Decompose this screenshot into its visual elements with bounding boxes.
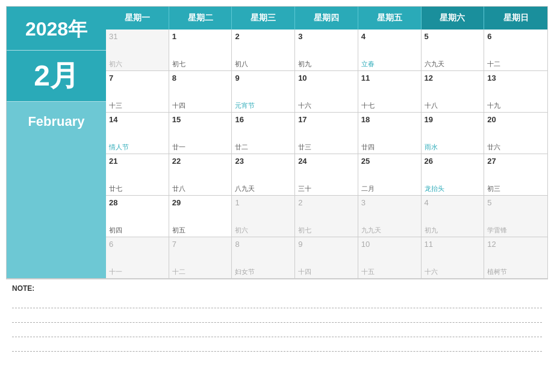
- day-number: 22: [172, 157, 181, 166]
- lunar-text: 廿三: [298, 143, 311, 152]
- day-cell: 15廿一: [169, 113, 232, 154]
- lunar-text: 初四: [109, 226, 122, 235]
- day-number: 25: [361, 157, 370, 166]
- day-cell: 17廿三: [295, 113, 358, 154]
- lunar-text: 初七: [298, 226, 311, 235]
- day-cell: 4初九: [422, 196, 485, 237]
- week-row-0: 31初六1初七2初八3初九4立春5六九天6十二: [106, 30, 547, 71]
- day-number: 9: [235, 73, 239, 82]
- day-number: 2: [235, 32, 239, 41]
- day-number: 4: [425, 198, 429, 207]
- day-number: 24: [298, 157, 307, 166]
- day-number: 16: [235, 115, 243, 124]
- weeks-container: 31初六1初七2初八3初九4立春5六九天6十二7十三8十四9元宵节10十六11十…: [106, 30, 547, 278]
- day-cell: 12十八: [422, 71, 485, 112]
- day-cell: 1初七: [169, 30, 232, 70]
- lunar-text: 廿二: [235, 143, 248, 152]
- day-number: 2: [298, 198, 302, 207]
- day-cell: 22廿八: [169, 154, 232, 195]
- lunar-text: 学雷锋: [487, 226, 507, 235]
- day-cell: 23八九天: [232, 154, 295, 195]
- lunar-text: 六九天: [425, 60, 444, 69]
- day-cell: 28初四: [106, 196, 169, 237]
- day-number: 4: [361, 32, 366, 41]
- day-cell: 2初八: [232, 30, 295, 70]
- day-cell: 13十九: [484, 71, 547, 112]
- year-display: 2028年: [7, 7, 106, 51]
- calendar-wrapper: 2028年 2月 February 星期一 星期二 星期三 星期四 星期五 星期…: [0, 0, 554, 362]
- lunar-text: 廿六: [487, 143, 500, 152]
- day-number: 7: [172, 240, 176, 249]
- day-number: 13: [487, 73, 496, 82]
- weekday-mon: 星期一: [106, 7, 169, 30]
- lunar-text: 十二: [172, 267, 185, 276]
- day-number: 6: [109, 240, 113, 249]
- weekday-tue: 星期二: [169, 7, 232, 30]
- week-row-1: 7十三8十四9元宵节10十六11十七12十八13十九: [106, 71, 547, 113]
- lunar-text: 初六: [235, 226, 248, 235]
- day-cell: 7十三: [106, 71, 169, 112]
- day-number: 5: [487, 198, 491, 207]
- lunar-text: 初九: [298, 60, 311, 69]
- day-cell: 12植树节: [484, 237, 547, 278]
- lunar-text: 妇女节: [235, 267, 255, 276]
- day-cell: 3九九天: [358, 196, 422, 237]
- day-number: 12: [487, 240, 496, 249]
- weekday-thu: 星期四: [295, 7, 358, 30]
- day-cell: 29初五: [169, 196, 232, 237]
- day-cell: 6十一: [106, 237, 169, 278]
- day-cell: 3初九: [295, 30, 358, 70]
- day-number: 10: [361, 240, 370, 249]
- lunar-text: 初七: [172, 60, 185, 69]
- weekday-sun: 星期日: [484, 7, 547, 30]
- day-number: 1: [172, 32, 176, 41]
- day-number: 15: [172, 115, 181, 124]
- day-cell: 27初三: [484, 154, 547, 195]
- day-number: 7: [109, 73, 113, 82]
- note-line-3: [12, 325, 542, 337]
- lunar-text: 植树节: [487, 267, 507, 276]
- day-cell: 20廿六: [484, 113, 547, 154]
- day-number: 1: [235, 198, 239, 207]
- lunar-text: 十四: [172, 101, 185, 110]
- day-cell: 8妇女节: [232, 237, 295, 278]
- lunar-text: 初九: [425, 226, 438, 235]
- day-cell: 25二月: [358, 154, 422, 195]
- day-cell: 31初六: [106, 30, 169, 70]
- lunar-text: 元宵节: [235, 101, 255, 110]
- day-number: 17: [298, 115, 307, 124]
- day-cell: 26龙抬头: [422, 154, 485, 195]
- lunar-text: 廿四: [361, 143, 375, 152]
- day-cell: 16廿二: [232, 113, 295, 154]
- day-number: 3: [298, 32, 302, 41]
- day-cell: 2初七: [295, 196, 358, 237]
- month-en-display: February: [7, 102, 106, 278]
- weekday-fri: 星期五: [358, 7, 422, 30]
- day-cell: 11十六: [422, 237, 485, 278]
- day-cell: 21廿七: [106, 154, 169, 195]
- header-row: 星期一 星期二 星期三 星期四 星期五 星期六 星期日: [106, 7, 547, 30]
- week-row-2: 14情人节15廿一16廿二17廿三18廿四19雨水20廿六: [106, 113, 547, 154]
- lunar-text: 十五: [361, 267, 375, 276]
- day-number: 18: [361, 115, 370, 124]
- day-number: 27: [487, 157, 496, 166]
- lunar-text: 三十: [298, 184, 311, 193]
- day-number: 5: [425, 32, 429, 41]
- day-number: 21: [109, 157, 117, 166]
- weekday-wed: 星期三: [232, 7, 295, 30]
- calendar-grid: 星期一 星期二 星期三 星期四 星期五 星期六 星期日 31初六1初七2初八3初…: [106, 7, 547, 278]
- lunar-text: 雨水: [425, 143, 438, 152]
- note-line-1: [12, 296, 542, 308]
- day-cell: 5学雷锋: [484, 196, 547, 237]
- day-number: 28: [109, 198, 117, 207]
- week-row-3: 21廿七22廿八23八九天24三十25二月26龙抬头27初三: [106, 154, 547, 196]
- lunar-text: 初三: [487, 184, 500, 193]
- lunar-text: 十七: [361, 101, 375, 110]
- day-number: 26: [425, 157, 433, 166]
- day-cell: 10十六: [295, 71, 358, 112]
- lunar-text: 二月: [361, 184, 375, 193]
- lunar-text: 九九天: [361, 226, 381, 235]
- day-cell: 9元宵节: [232, 71, 295, 112]
- note-line-2: [12, 311, 542, 323]
- note-section: NOTE:: [6, 279, 548, 356]
